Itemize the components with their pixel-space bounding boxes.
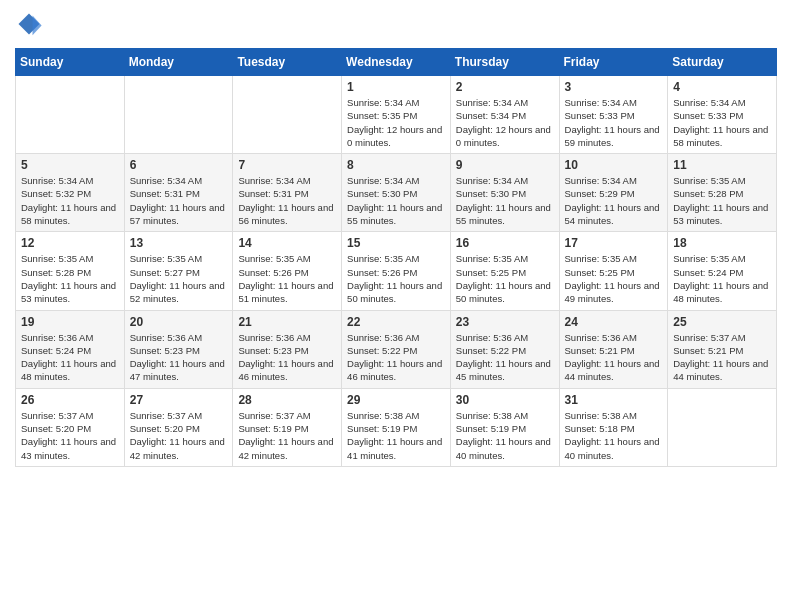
day-info: Sunrise: 5:34 AMSunset: 5:33 PMDaylight:… [565, 96, 663, 149]
logo [15, 10, 48, 38]
day-info: Sunrise: 5:34 AMSunset: 5:29 PMDaylight:… [565, 174, 663, 227]
day-number: 16 [456, 236, 554, 250]
day-info: Sunrise: 5:36 AMSunset: 5:24 PMDaylight:… [21, 331, 119, 384]
calendar-cell: 5Sunrise: 5:34 AMSunset: 5:32 PMDaylight… [16, 154, 125, 232]
day-number: 24 [565, 315, 663, 329]
day-number: 30 [456, 393, 554, 407]
day-number: 29 [347, 393, 445, 407]
calendar-cell: 12Sunrise: 5:35 AMSunset: 5:28 PMDayligh… [16, 232, 125, 310]
calendar-cell: 1Sunrise: 5:34 AMSunset: 5:35 PMDaylight… [342, 76, 451, 154]
day-number: 7 [238, 158, 336, 172]
day-number: 4 [673, 80, 771, 94]
weekday-header-sunday: Sunday [16, 49, 125, 76]
calendar-table: SundayMondayTuesdayWednesdayThursdayFrid… [15, 48, 777, 467]
page-container: SundayMondayTuesdayWednesdayThursdayFrid… [0, 0, 792, 477]
calendar-week-2: 12Sunrise: 5:35 AMSunset: 5:28 PMDayligh… [16, 232, 777, 310]
day-number: 17 [565, 236, 663, 250]
day-number: 8 [347, 158, 445, 172]
calendar-cell: 17Sunrise: 5:35 AMSunset: 5:25 PMDayligh… [559, 232, 668, 310]
day-number: 28 [238, 393, 336, 407]
calendar-cell [124, 76, 233, 154]
calendar-cell: 11Sunrise: 5:35 AMSunset: 5:28 PMDayligh… [668, 154, 777, 232]
calendar-cell: 16Sunrise: 5:35 AMSunset: 5:25 PMDayligh… [450, 232, 559, 310]
day-number: 26 [21, 393, 119, 407]
day-info: Sunrise: 5:34 AMSunset: 5:30 PMDaylight:… [456, 174, 554, 227]
calendar-cell: 26Sunrise: 5:37 AMSunset: 5:20 PMDayligh… [16, 388, 125, 466]
calendar-week-0: 1Sunrise: 5:34 AMSunset: 5:35 PMDaylight… [16, 76, 777, 154]
day-number: 5 [21, 158, 119, 172]
calendar-cell: 6Sunrise: 5:34 AMSunset: 5:31 PMDaylight… [124, 154, 233, 232]
calendar-cell: 20Sunrise: 5:36 AMSunset: 5:23 PMDayligh… [124, 310, 233, 388]
day-number: 15 [347, 236, 445, 250]
day-info: Sunrise: 5:38 AMSunset: 5:19 PMDaylight:… [347, 409, 445, 462]
calendar-cell: 28Sunrise: 5:37 AMSunset: 5:19 PMDayligh… [233, 388, 342, 466]
calendar-cell: 29Sunrise: 5:38 AMSunset: 5:19 PMDayligh… [342, 388, 451, 466]
day-number: 27 [130, 393, 228, 407]
calendar-cell: 21Sunrise: 5:36 AMSunset: 5:23 PMDayligh… [233, 310, 342, 388]
day-info: Sunrise: 5:34 AMSunset: 5:34 PMDaylight:… [456, 96, 554, 149]
calendar-cell: 25Sunrise: 5:37 AMSunset: 5:21 PMDayligh… [668, 310, 777, 388]
day-number: 2 [456, 80, 554, 94]
day-info: Sunrise: 5:35 AMSunset: 5:25 PMDaylight:… [456, 252, 554, 305]
day-info: Sunrise: 5:36 AMSunset: 5:22 PMDaylight:… [456, 331, 554, 384]
svg-marker-1 [33, 16, 42, 36]
day-info: Sunrise: 5:35 AMSunset: 5:24 PMDaylight:… [673, 252, 771, 305]
day-info: Sunrise: 5:37 AMSunset: 5:20 PMDaylight:… [130, 409, 228, 462]
logo-icon [15, 10, 43, 38]
day-number: 19 [21, 315, 119, 329]
calendar-cell: 13Sunrise: 5:35 AMSunset: 5:27 PMDayligh… [124, 232, 233, 310]
weekday-header-row: SundayMondayTuesdayWednesdayThursdayFrid… [16, 49, 777, 76]
calendar-cell: 31Sunrise: 5:38 AMSunset: 5:18 PMDayligh… [559, 388, 668, 466]
calendar-cell [668, 388, 777, 466]
weekday-header-wednesday: Wednesday [342, 49, 451, 76]
day-number: 14 [238, 236, 336, 250]
calendar-cell [16, 76, 125, 154]
day-info: Sunrise: 5:35 AMSunset: 5:27 PMDaylight:… [130, 252, 228, 305]
day-info: Sunrise: 5:34 AMSunset: 5:32 PMDaylight:… [21, 174, 119, 227]
day-number: 11 [673, 158, 771, 172]
calendar-week-3: 19Sunrise: 5:36 AMSunset: 5:24 PMDayligh… [16, 310, 777, 388]
weekday-header-tuesday: Tuesday [233, 49, 342, 76]
day-info: Sunrise: 5:36 AMSunset: 5:22 PMDaylight:… [347, 331, 445, 384]
day-number: 9 [456, 158, 554, 172]
day-info: Sunrise: 5:35 AMSunset: 5:25 PMDaylight:… [565, 252, 663, 305]
day-info: Sunrise: 5:35 AMSunset: 5:26 PMDaylight:… [238, 252, 336, 305]
calendar-cell: 15Sunrise: 5:35 AMSunset: 5:26 PMDayligh… [342, 232, 451, 310]
calendar-cell: 2Sunrise: 5:34 AMSunset: 5:34 PMDaylight… [450, 76, 559, 154]
calendar-cell: 14Sunrise: 5:35 AMSunset: 5:26 PMDayligh… [233, 232, 342, 310]
calendar-cell: 8Sunrise: 5:34 AMSunset: 5:30 PMDaylight… [342, 154, 451, 232]
calendar-cell: 10Sunrise: 5:34 AMSunset: 5:29 PMDayligh… [559, 154, 668, 232]
day-info: Sunrise: 5:37 AMSunset: 5:21 PMDaylight:… [673, 331, 771, 384]
calendar-cell [233, 76, 342, 154]
calendar-cell: 9Sunrise: 5:34 AMSunset: 5:30 PMDaylight… [450, 154, 559, 232]
day-info: Sunrise: 5:36 AMSunset: 5:23 PMDaylight:… [130, 331, 228, 384]
calendar-cell: 3Sunrise: 5:34 AMSunset: 5:33 PMDaylight… [559, 76, 668, 154]
calendar-cell: 18Sunrise: 5:35 AMSunset: 5:24 PMDayligh… [668, 232, 777, 310]
day-number: 22 [347, 315, 445, 329]
day-number: 3 [565, 80, 663, 94]
day-number: 12 [21, 236, 119, 250]
day-info: Sunrise: 5:37 AMSunset: 5:20 PMDaylight:… [21, 409, 119, 462]
day-number: 18 [673, 236, 771, 250]
day-info: Sunrise: 5:38 AMSunset: 5:19 PMDaylight:… [456, 409, 554, 462]
day-info: Sunrise: 5:35 AMSunset: 5:28 PMDaylight:… [673, 174, 771, 227]
weekday-header-monday: Monday [124, 49, 233, 76]
calendar-cell: 23Sunrise: 5:36 AMSunset: 5:22 PMDayligh… [450, 310, 559, 388]
day-number: 25 [673, 315, 771, 329]
calendar-cell: 22Sunrise: 5:36 AMSunset: 5:22 PMDayligh… [342, 310, 451, 388]
calendar-cell: 24Sunrise: 5:36 AMSunset: 5:21 PMDayligh… [559, 310, 668, 388]
calendar-cell: 19Sunrise: 5:36 AMSunset: 5:24 PMDayligh… [16, 310, 125, 388]
day-info: Sunrise: 5:34 AMSunset: 5:33 PMDaylight:… [673, 96, 771, 149]
day-number: 1 [347, 80, 445, 94]
calendar-cell: 27Sunrise: 5:37 AMSunset: 5:20 PMDayligh… [124, 388, 233, 466]
day-number: 23 [456, 315, 554, 329]
calendar-cell: 4Sunrise: 5:34 AMSunset: 5:33 PMDaylight… [668, 76, 777, 154]
calendar-week-4: 26Sunrise: 5:37 AMSunset: 5:20 PMDayligh… [16, 388, 777, 466]
weekday-header-thursday: Thursday [450, 49, 559, 76]
day-info: Sunrise: 5:38 AMSunset: 5:18 PMDaylight:… [565, 409, 663, 462]
day-info: Sunrise: 5:34 AMSunset: 5:30 PMDaylight:… [347, 174, 445, 227]
day-info: Sunrise: 5:37 AMSunset: 5:19 PMDaylight:… [238, 409, 336, 462]
day-info: Sunrise: 5:36 AMSunset: 5:21 PMDaylight:… [565, 331, 663, 384]
day-number: 13 [130, 236, 228, 250]
day-number: 10 [565, 158, 663, 172]
